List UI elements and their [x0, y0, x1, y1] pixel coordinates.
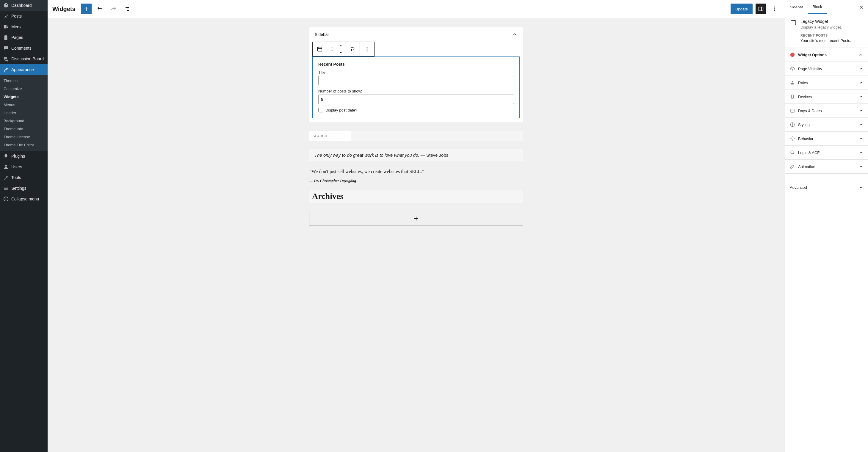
- nav-label: Settings: [11, 186, 27, 191]
- display-date-label: Display post date?: [326, 108, 357, 112]
- chevron-down-icon: [859, 136, 863, 141]
- block-card-desc: Display a legacy widget.: [801, 25, 851, 29]
- svg-point-24: [790, 53, 795, 57]
- block-subtext: Your site's most recent Posts.: [801, 38, 851, 43]
- block-card-title: Legacy Widget: [801, 19, 851, 24]
- move-to-widget-area-button[interactable]: [345, 42, 360, 56]
- widget-options-label: Widget Options: [798, 53, 827, 57]
- sub-theme-info[interactable]: Theme Info: [0, 125, 48, 133]
- collapse-area-button[interactable]: [512, 32, 518, 37]
- sub-theme-file-editor[interactable]: Theme File Editor: [0, 141, 48, 149]
- widget-options-header[interactable]: Widget Options: [785, 48, 868, 62]
- display-date-checkbox[interactable]: [318, 108, 323, 112]
- kebab-icon: [771, 6, 778, 12]
- opt-animation[interactable]: Animation: [785, 160, 868, 174]
- nav-discussion-board[interactable]: Discussion Board: [0, 54, 48, 64]
- admin-sidebar: Dashboard Posts Media Pages Comments Dis…: [0, 0, 48, 452]
- opt-days-dates[interactable]: Days & Dates: [785, 104, 868, 118]
- advanced-label: Advanced: [790, 185, 807, 190]
- nav-label: Tools: [11, 175, 21, 180]
- update-button[interactable]: Update: [731, 4, 752, 14]
- svg-point-0: [5, 165, 6, 166]
- eye-icon: [790, 66, 795, 71]
- chevron-down-icon: [859, 80, 863, 85]
- recent-posts-widget[interactable]: Recent Posts Title: Number of posts to s…: [312, 57, 520, 118]
- user-icon: [3, 164, 9, 170]
- chevron-up-icon: [858, 52, 863, 57]
- nav-media[interactable]: Media: [0, 22, 48, 32]
- tab-sidebar[interactable]: Sidebar: [785, 0, 808, 14]
- block-type-button[interactable]: [313, 42, 327, 56]
- opt-styling[interactable]: Styling: [785, 118, 868, 132]
- nav-users[interactable]: Users: [0, 161, 48, 172]
- close-settings-button[interactable]: [855, 4, 868, 10]
- sub-theme-license[interactable]: Theme License: [0, 133, 48, 141]
- nav-plugins[interactable]: Plugins: [0, 151, 48, 161]
- sub-header[interactable]: Header: [0, 109, 48, 117]
- page-title: Widgets: [52, 6, 75, 12]
- nav-label: Collapse menu: [11, 197, 39, 201]
- gear-icon: [790, 136, 795, 141]
- svg-line-33: [793, 153, 794, 154]
- list-view-button[interactable]: [122, 4, 133, 14]
- opt-page-visibility[interactable]: Page Visibility: [785, 62, 868, 76]
- opt-logic-acf[interactable]: Logic & ACF: [785, 146, 868, 160]
- plus-icon: [413, 215, 420, 222]
- page-icon: [3, 34, 9, 40]
- move-down-button[interactable]: [337, 49, 345, 56]
- svg-point-25: [792, 68, 793, 70]
- nav-label: Pages: [11, 35, 23, 40]
- more-options-button[interactable]: [769, 4, 780, 14]
- sub-menus[interactable]: Menus: [0, 101, 48, 109]
- opt-behavior[interactable]: Behavior: [785, 132, 868, 146]
- nav-pages[interactable]: Pages: [0, 32, 48, 43]
- sub-themes[interactable]: Themes: [0, 77, 48, 85]
- opt-label: Page Visibility: [798, 67, 822, 71]
- block-more-button[interactable]: [360, 42, 374, 56]
- dashboard-icon: [3, 2, 9, 8]
- sub-background[interactable]: Background: [0, 117, 48, 125]
- move-up-button[interactable]: [337, 42, 345, 49]
- undo-button[interactable]: [95, 4, 105, 14]
- svg-rect-20: [791, 21, 796, 25]
- svg-point-18: [367, 49, 367, 50]
- nav-label: Appearance: [11, 67, 34, 72]
- title-label: Title:: [318, 70, 514, 75]
- quote-widget-2-cite: — Dr. Christopher Dayagdag: [309, 179, 523, 183]
- settings-toggle-button[interactable]: [755, 4, 766, 14]
- contrast-icon: [790, 122, 795, 127]
- device-icon: [790, 94, 795, 99]
- search-input[interactable]: [309, 131, 351, 141]
- quote-text: The only way to do great work is to love…: [314, 153, 420, 158]
- quote-cite: Steve Jobs: [426, 153, 448, 158]
- widget-options-icon: [790, 52, 795, 57]
- sidebar-icon: [757, 6, 764, 12]
- sub-widgets[interactable]: Widgets: [0, 93, 48, 101]
- nav-posts[interactable]: Posts: [0, 11, 48, 22]
- opt-label: Devices: [798, 95, 812, 99]
- drag-handle[interactable]: [327, 42, 337, 56]
- pin-icon: [3, 13, 9, 19]
- block-appender[interactable]: [309, 212, 523, 225]
- nav-appearance[interactable]: Appearance: [0, 64, 48, 75]
- title-input[interactable]: [318, 76, 514, 85]
- nav-collapse[interactable]: Collapse menu: [0, 194, 48, 204]
- nav-comments[interactable]: Comments: [0, 43, 48, 54]
- opt-roles[interactable]: Roles: [785, 76, 868, 90]
- redo-button[interactable]: [108, 4, 119, 14]
- opt-label: Logic & ACF: [798, 151, 819, 155]
- nav-tools[interactable]: Tools: [0, 172, 48, 183]
- chevron-down-icon: [859, 185, 863, 190]
- opt-devices[interactable]: Devices: [785, 90, 868, 104]
- nav-label: Plugins: [11, 154, 25, 159]
- display-date-row[interactable]: Display post date?: [318, 108, 514, 112]
- nav-dashboard[interactable]: Dashboard: [0, 0, 48, 11]
- add-block-button[interactable]: [81, 4, 92, 14]
- count-input[interactable]: [318, 95, 514, 104]
- search-icon: [790, 150, 795, 155]
- drag-icon: [329, 46, 335, 52]
- nav-settings[interactable]: Settings: [0, 183, 48, 194]
- advanced-panel[interactable]: Advanced: [785, 180, 868, 195]
- sub-customize[interactable]: Customize: [0, 85, 48, 93]
- tab-block[interactable]: Block: [808, 0, 827, 14]
